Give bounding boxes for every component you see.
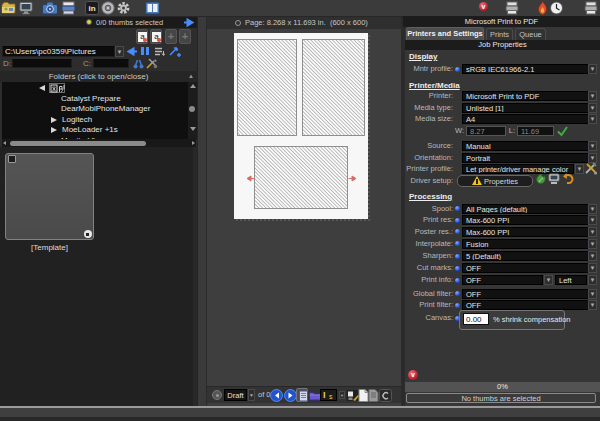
- svg-text:in: in: [88, 4, 95, 13]
